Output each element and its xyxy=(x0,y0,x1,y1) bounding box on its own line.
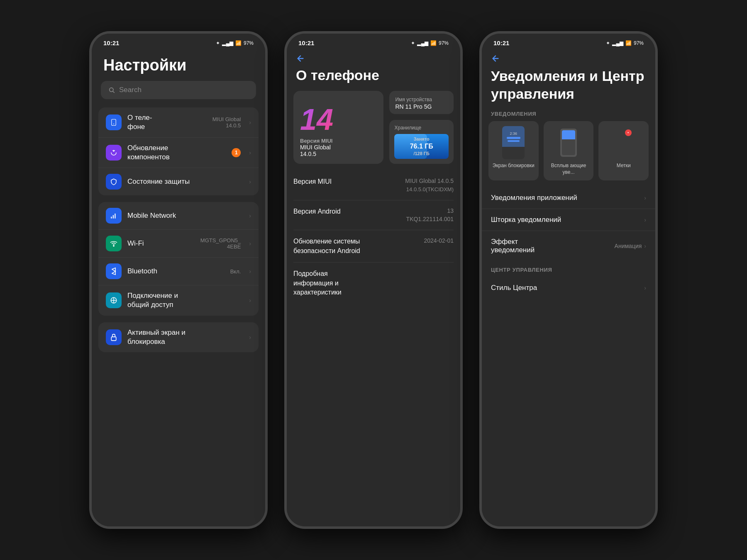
storage-card[interactable]: Хранилище Занято 76.1 ГБ /128 ГБ xyxy=(389,120,454,164)
security-icon xyxy=(106,174,122,190)
bt-icon-3: ✦ xyxy=(606,40,610,46)
mobile-network-icon xyxy=(106,208,122,224)
status-bar-1: 10:21 ✦ ▂▄▆ 📶 97% xyxy=(92,34,265,50)
notifications-screen: Уведомления и Центр управления УВЕДОМЛЕН… xyxy=(482,50,655,526)
bluetooth-status-icon: ✦ xyxy=(216,40,220,46)
settings-item-wifi[interactable]: Wi-Fi MGTS_GPON5_4EBE › xyxy=(98,230,259,258)
svg-rect-2 xyxy=(112,119,116,126)
svg-rect-6 xyxy=(115,214,115,219)
bluetooth-arrow: › xyxy=(249,268,251,275)
control-style-arrow: › xyxy=(644,285,646,291)
lockscreen-card-label: Экран блокировки xyxy=(493,163,535,169)
miui-version-card[interactable]: 14 Версия MIUI MIUI Global 14.0.5 xyxy=(293,91,383,164)
about-page-title: О телефоне xyxy=(287,66,460,91)
popup-preview xyxy=(557,126,580,159)
back-button-about[interactable] xyxy=(287,50,460,66)
notif-list-item-effect[interactable]: Эффектуведомлений Анимация › xyxy=(482,231,655,261)
badges-preview: • xyxy=(613,126,635,159)
settings-group-3: Активный экран иблокировка › xyxy=(98,322,259,352)
notif-list-item-shade[interactable]: Шторка уведомлений › xyxy=(482,209,655,231)
lock-text: Активный экран иблокировка xyxy=(127,328,241,346)
notif-card-popup[interactable]: Всплыв ающие уве... xyxy=(544,121,594,180)
svg-rect-9 xyxy=(111,337,116,341)
phone-notifications: 10:21 ✦ ▂▄▆ 📶 97% Уведомления и Центр уп… xyxy=(479,31,658,529)
signal-icon-2: ▂▄▆ xyxy=(417,40,428,46)
signal-icon-3: ▂▄▆ xyxy=(612,40,623,46)
svg-point-0 xyxy=(110,88,113,92)
wifi-icon xyxy=(106,236,122,251)
settings-item-connection[interactable]: Подключение иобщий доступ › xyxy=(98,285,259,315)
settings-title: Настройки xyxy=(92,50,265,81)
device-name-card[interactable]: Имя устройства RN 11 Pro 5G xyxy=(389,91,454,114)
security-arrow: › xyxy=(249,178,251,185)
notif-effect-arrow: › xyxy=(644,243,646,249)
notif-card-badges[interactable]: • Метки xyxy=(598,121,649,180)
app-notif-title: Уведомления приложений xyxy=(491,194,577,202)
lock-screen-icon xyxy=(106,329,122,345)
svg-rect-4 xyxy=(111,217,112,219)
settings-group-1: О теле-фоне MIUI Global14.0.5 › Обновлен… xyxy=(98,107,259,195)
settings-item-update[interactable]: Обновлениекомпонентов 1 › xyxy=(98,138,259,168)
info-row-details[interactable]: Подробная информация и характеристики xyxy=(293,263,454,304)
bt-icon-2: ✦ xyxy=(411,40,415,46)
miui-version-sub: MIUI Global xyxy=(300,144,377,151)
notif-shade-title: Шторка уведомлений xyxy=(491,216,561,224)
right-cards: Имя устройства RN 11 Pro 5G Хранилище За… xyxy=(389,91,454,164)
android-value: 13TKQ1.221114.001 xyxy=(406,207,454,223)
wifi-status-icon: 📶 xyxy=(235,40,242,46)
svg-point-7 xyxy=(113,246,114,246)
mobile-arrow: › xyxy=(249,212,251,219)
info-rows: Версия MIUI MIUI Global 14.0.514.0.5.0(T… xyxy=(293,170,454,304)
security-title: Состояние защиты xyxy=(127,177,241,186)
settings-item-mobile[interactable]: Mobile Network › xyxy=(98,202,259,230)
notif-list-item-control-style[interactable]: Стиль Центра › xyxy=(482,277,655,299)
lock-title: Активный экран иблокировка xyxy=(127,328,241,346)
settings-item-bluetooth[interactable]: Bluetooth Вкл. › xyxy=(98,258,259,285)
connection-text: Подключение иобщий доступ xyxy=(127,291,241,309)
notif-effect-value: Анимация xyxy=(615,243,642,249)
storage-bar: Занято 76.1 ГБ /128 ГБ xyxy=(394,134,449,159)
security-update-value: 2024-02-01 xyxy=(424,237,454,245)
storage-used: 76.1 ГБ xyxy=(410,142,433,151)
time-2: 10:21 xyxy=(298,39,314,46)
wifi-arrow: › xyxy=(249,240,251,247)
storage-sub-label: Занято xyxy=(410,136,433,142)
update-text: Обновлениекомпонентов xyxy=(127,144,226,162)
wifi-icon-3: 📶 xyxy=(625,40,632,46)
notif-section-header: УВЕДОМЛЕНИЯ xyxy=(482,111,655,121)
time-3: 10:21 xyxy=(493,39,509,46)
miui-logo: 14 xyxy=(300,105,377,134)
about-cards: 14 Версия MIUI MIUI Global 14.0.5 Имя ус… xyxy=(293,91,454,164)
settings-item-lock[interactable]: Активный экран иблокировка › xyxy=(98,322,259,352)
settings-group-2: Mobile Network › Wi-Fi MGTS_GPON5_4EBE › xyxy=(98,202,259,315)
settings-item-security[interactable]: Состояние защиты › xyxy=(98,168,259,195)
about-screen: О телефоне 14 Версия MIUI MIUI Global 14… xyxy=(287,50,460,526)
signal-status-icon: ▂▄▆ xyxy=(222,40,233,46)
miui-info-label: Версия MIUI xyxy=(293,177,332,186)
app-notif-arrow: › xyxy=(644,195,646,201)
device-name-value: RN 11 Pro 5G xyxy=(395,103,448,110)
settings-item-about[interactable]: О теле-фоне MIUI Global14.0.5 › xyxy=(98,107,259,138)
svg-rect-5 xyxy=(113,215,114,219)
control-style-title: Стиль Центра xyxy=(491,284,537,292)
details-label: Подробная информация и характеристики xyxy=(293,269,368,297)
battery-2: 97% xyxy=(439,40,449,46)
miui-info-value: MIUI Global 14.0.514.0.5.0(TKCIDXM) xyxy=(405,177,454,193)
notif-list-item-app[interactable]: Уведомления приложений › xyxy=(482,187,655,209)
settings-screen: Настройки Search О теле-фоне MIUI xyxy=(92,50,265,526)
bluetooth-value: Вкл. xyxy=(230,268,241,275)
bluetooth-text: Bluetooth xyxy=(127,267,225,276)
miui-version-label: Версия MIUI xyxy=(300,138,377,144)
connection-icon xyxy=(106,292,122,308)
notif-shade-arrow: › xyxy=(644,217,646,223)
search-placeholder: Search xyxy=(119,86,142,94)
miui-version-num: 14.0.5 xyxy=(300,151,377,157)
time-1: 10:21 xyxy=(103,39,119,46)
search-bar[interactable]: Search xyxy=(101,81,256,99)
notif-effect-right: Анимация › xyxy=(615,243,646,249)
update-title: Обновлениекомпонентов xyxy=(127,144,226,162)
notif-effect-title: Эффектуведомлений xyxy=(491,238,535,254)
back-button-notif[interactable] xyxy=(482,50,655,66)
about-title: О теле-фоне xyxy=(127,113,207,131)
notif-card-lockscreen[interactable]: 2:36 Экран блокировки xyxy=(488,121,539,180)
